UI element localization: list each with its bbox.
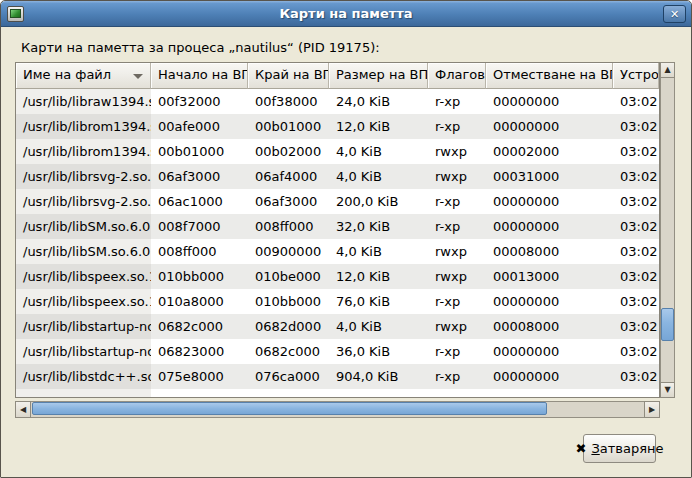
cell-filename: /usr/lib/libspeex.so.1 [16, 289, 151, 314]
table-row[interactable]: /usr/lib/libspeex.so.1010a8000010bb00076… [16, 289, 659, 314]
titlebar[interactable]: Карти на паметта ✕ [1, 1, 691, 27]
cell-vm_offset: 00013000 [486, 264, 613, 289]
cell-filename: /usr/lib/librsvg-2.so.2 [16, 164, 151, 189]
cell-flags: r-xp [428, 114, 486, 139]
cell-vm_start: 00f32000 [151, 89, 248, 114]
cell-vm_offset: 00000000 [486, 114, 613, 139]
table-body: /usr/lib/libraw1394.s00f3200000f3800024,… [16, 89, 659, 389]
cell-flags: r-xp [428, 189, 486, 214]
cell-vm_size: 32,0 KiB [329, 214, 428, 239]
cell-vm_offset: 00000000 [486, 189, 613, 214]
cell-filename: /usr/lib/libSM.so.6.0.0 [16, 239, 151, 264]
table-row[interactable]: /usr/lib/libSM.so.6.0.0008f7000008ff0003… [16, 214, 659, 239]
column-header-filename[interactable]: Име на файл [16, 63, 151, 89]
scroll-up-arrow-icon[interactable]: ▲ [660, 62, 675, 78]
table-empty-area [16, 389, 659, 398]
cell-vm_offset: 00031000 [486, 164, 613, 189]
cell-vm_end: 06af4000 [248, 164, 329, 189]
cell-filename: /usr/lib/librsvg-2.so.2 [16, 189, 151, 214]
cell-vm_size: 4,0 KiB [329, 239, 428, 264]
horizontal-scrollbar-thumb[interactable] [32, 402, 547, 415]
window-close-button[interactable]: ✕ [663, 5, 686, 23]
cell-filename: /usr/lib/libstartup-not [16, 314, 151, 339]
cell-filename: /usr/lib/librom1394.s [16, 114, 151, 139]
cell-filename: /usr/lib/libSM.so.6.0.0 [16, 214, 151, 239]
vertical-scrollbar-thumb[interactable] [661, 308, 674, 341]
cell-flags: r-xp [428, 214, 486, 239]
close-button-label: Затваряне [591, 441, 663, 456]
cell-flags: rwxp [428, 239, 486, 264]
cell-flags: r-xp [428, 89, 486, 114]
cell-vm_end: 00f38000 [248, 89, 329, 114]
column-header-vm_offset[interactable]: Отместване на ВП [486, 63, 613, 89]
cell-vm_end: 010bb000 [248, 289, 329, 314]
cell-device: 03:02 [613, 114, 659, 139]
cell-vm_size: 4,0 KiB [329, 314, 428, 339]
cell-device: 03:02 [613, 289, 659, 314]
cell-vm_offset: 00000000 [486, 289, 613, 314]
cell-vm_size: 904,0 KiB [329, 364, 428, 389]
memory-maps-table: Име на файлНачало на ВПКрай на ВПРазмер … [15, 62, 660, 398]
memory-maps-dialog: Карти на паметта ✕ Карти на паметта за п… [0, 0, 692, 478]
cell-vm_end: 0682c000 [248, 339, 329, 364]
cell-filename: /usr/lib/libstartup-not [16, 339, 151, 364]
cell-vm_size: 36,0 KiB [329, 339, 428, 364]
table-row[interactable]: /usr/lib/libstartup-not0682c0000682d0004… [16, 314, 659, 339]
cell-filename: /usr/lib/libspeex.so.1 [16, 264, 151, 289]
scroll-right-arrow-icon[interactable]: ▶ [644, 401, 660, 418]
table-row[interactable]: /usr/lib/libraw1394.s00f3200000f3800024,… [16, 89, 659, 114]
column-header-label: Име на файл [23, 67, 111, 82]
cell-filename: /usr/lib/librom1394.s [16, 139, 151, 164]
table-row[interactable]: /usr/lib/libstartup-not068230000682c0003… [16, 339, 659, 364]
cell-vm_size: 12,0 KiB [329, 114, 428, 139]
cell-flags: rwxp [428, 164, 486, 189]
column-header-device[interactable]: Устро [613, 63, 659, 89]
cell-vm_offset: 00002000 [486, 139, 613, 164]
horizontal-scrollbar[interactable]: ◀ ▶ [15, 401, 660, 418]
cell-vm_start: 0682c000 [151, 314, 248, 339]
cell-vm_end: 00b02000 [248, 139, 329, 164]
cell-flags: rwxp [428, 264, 486, 289]
cell-vm_offset: 00000000 [486, 214, 613, 239]
table-row[interactable]: /usr/lib/librom1394.s00b0100000b020004,0… [16, 139, 659, 164]
cell-vm_end: 0682d000 [248, 314, 329, 339]
scroll-down-arrow-icon[interactable]: ▼ [660, 382, 675, 398]
table-row[interactable]: /usr/lib/libSM.so.6.0.0008ff000009000004… [16, 239, 659, 264]
column-header-flags[interactable]: Флагове [428, 63, 486, 89]
cell-filename: /usr/lib/libstdc++.so. [16, 364, 151, 389]
cell-filename: /usr/lib/libraw1394.s [16, 89, 151, 114]
table-row[interactable]: /usr/lib/libspeex.so.1010bb000010be00012… [16, 264, 659, 289]
cell-vm_start: 010bb000 [151, 264, 248, 289]
cell-flags: r-xp [428, 289, 486, 314]
table-row[interactable]: /usr/lib/libstdc++.so.075e8000076ca00090… [16, 364, 659, 389]
cell-vm_offset: 00000000 [486, 339, 613, 364]
column-header-vm_start[interactable]: Начало на ВП [151, 63, 248, 89]
cell-vm_end: 06af3000 [248, 189, 329, 214]
cell-vm_size: 200,0 KiB [329, 189, 428, 214]
column-header-vm_size[interactable]: Размер на ВП [329, 63, 428, 89]
cell-device: 03:02 [613, 264, 659, 289]
cell-device: 03:02 [613, 239, 659, 264]
cell-device: 03:02 [613, 214, 659, 239]
cell-vm_end: 010be000 [248, 264, 329, 289]
process-caption: Карти на паметта за процеса „nautilus“ (… [21, 40, 380, 55]
cell-vm_size: 12,0 KiB [329, 264, 428, 289]
cell-vm_size: 4,0 KiB [329, 139, 428, 164]
column-header-label: Отместване на ВП [493, 67, 613, 82]
scroll-left-arrow-icon[interactable]: ◀ [15, 401, 31, 418]
cell-vm_start: 010a8000 [151, 289, 248, 314]
table-row[interactable]: /usr/lib/librsvg-2.so.206ac100006af30002… [16, 189, 659, 214]
cell-device: 03:02 [613, 139, 659, 164]
cell-vm_size: 4,0 KiB [329, 164, 428, 189]
close-button[interactable]: ✖ Затваряне [583, 434, 656, 463]
table-row[interactable]: /usr/lib/librsvg-2.so.206af300006af40004… [16, 164, 659, 189]
cell-vm_offset: 00000000 [486, 364, 613, 389]
cell-device: 03:02 [613, 189, 659, 214]
cell-vm_end: 076ca000 [248, 364, 329, 389]
cell-vm_start: 008ff000 [151, 239, 248, 264]
table-row[interactable]: /usr/lib/librom1394.s00afe00000b0100012,… [16, 114, 659, 139]
cell-vm_start: 008f7000 [151, 214, 248, 239]
cell-flags: r-xp [428, 364, 486, 389]
column-header-vm_end[interactable]: Край на ВП [248, 63, 329, 89]
vertical-scrollbar[interactable]: ▲ ▼ [660, 62, 675, 398]
